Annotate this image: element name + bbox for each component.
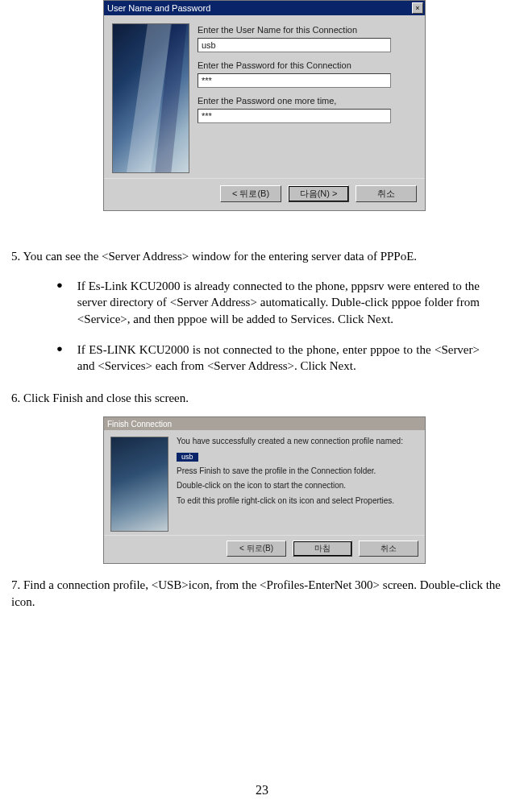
- password-label: Enter the Password for this Connection: [198, 60, 417, 70]
- cancel-button[interactable]: 취소: [356, 185, 417, 202]
- dialog2-side-image: [110, 437, 168, 532]
- dialog1-titlebar: User Name and Password ×: [104, 1, 425, 15]
- step5-bullets: ● If Es-Link KCU2000 is already connecte…: [56, 278, 480, 374]
- dialog2-line: You have successfully created a new conn…: [177, 437, 403, 447]
- profile-name-chip: usb: [177, 453, 198, 462]
- back-button[interactable]: < 뒤로(B): [227, 541, 286, 557]
- bullet-text: If ES-LINK KCU2000 is not connected to t…: [77, 342, 480, 375]
- finish-connection-dialog: Finish Connection You have successfully …: [103, 416, 426, 564]
- password-input[interactable]: ***: [198, 73, 391, 88]
- bullet-icon: ●: [56, 278, 63, 327]
- next-button[interactable]: 다음(N) >: [288, 185, 349, 202]
- back-button[interactable]: < 뒤로(B): [220, 185, 281, 202]
- cancel-button[interactable]: 취소: [359, 541, 418, 557]
- dialog1-title: User Name and Password: [107, 3, 210, 13]
- close-icon[interactable]: ×: [412, 2, 423, 14]
- step5-text: 5. You can see the <Server Address> wind…: [11, 250, 513, 263]
- dialog2-line: To edit this profile right-click on its …: [177, 496, 403, 507]
- confirm-input[interactable]: ***: [198, 109, 391, 123]
- bullet-icon: ●: [56, 342, 63, 375]
- dialog2-line: Press Finish to save the profile in the …: [177, 466, 403, 477]
- bullet-text: If Es-Link KCU2000 is already connected …: [77, 278, 480, 327]
- username-input[interactable]: usb: [198, 38, 391, 52]
- page-number: 23: [0, 783, 524, 798]
- bullet-item: ● If Es-Link KCU2000 is already connecte…: [56, 278, 480, 327]
- username-label: Enter the User Name for this Connection: [198, 25, 417, 35]
- step6-text: 6. Click Finish and close this screen.: [11, 392, 513, 405]
- bullet-item: ● If ES-LINK KCU2000 is not connected to…: [56, 342, 480, 375]
- dialog2-title: Finish Connection: [104, 417, 425, 430]
- username-password-dialog: User Name and Password × Enter the User …: [103, 0, 426, 211]
- dialog2-button-row: < 뒤로(B) 마침 취소: [104, 535, 425, 563]
- dialog1-button-row: < 뒤로(B) 다음(N) > 취소: [104, 178, 425, 210]
- dialog1-side-image: [112, 23, 189, 173]
- step7-text: 7. Find a connection profile, <USB>icon,…: [11, 577, 513, 610]
- dialog2-line: Double-click on the icon to start the co…: [177, 481, 403, 491]
- confirm-label: Enter the Password one more time,: [198, 96, 417, 106]
- finish-button[interactable]: 마침: [293, 541, 352, 557]
